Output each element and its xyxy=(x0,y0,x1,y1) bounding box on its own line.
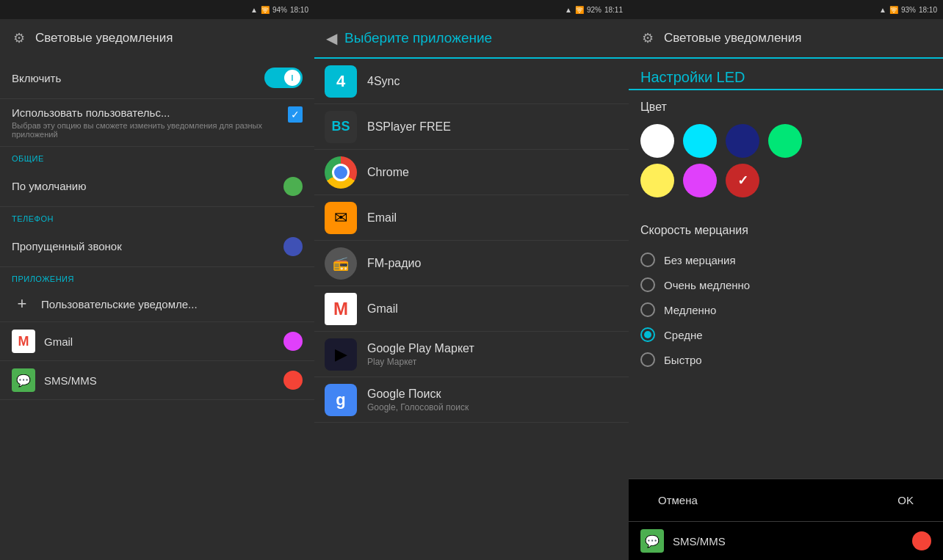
speed-fast-label: Быстро xyxy=(664,354,702,366)
color-blue[interactable] xyxy=(726,124,759,158)
color-green[interactable] xyxy=(768,124,802,158)
screen3: ▲ 🛜 93% 18:10 ⚙ Световые уведомления Нас… xyxy=(629,0,943,560)
color-section-title: Цвет xyxy=(640,101,931,114)
color-magenta[interactable] xyxy=(683,164,717,197)
screen1-wifi-icon: 🛜 xyxy=(261,6,270,14)
custom-notifications-label: Пользовательские уведомле... xyxy=(41,298,198,310)
bsplayer-icon: BS xyxy=(325,111,357,143)
screen1-time: 18:10 xyxy=(290,6,308,14)
color-grid-row1 xyxy=(640,124,931,158)
gsearch-text: Google Поиск Google, Голосовой поиск xyxy=(367,388,469,412)
app-4sync[interactable]: 4 4Sync xyxy=(314,59,629,104)
gmail-m-letter: M xyxy=(18,334,29,349)
screen3-sms-icon: 💬 xyxy=(640,529,664,553)
app-chrome[interactable]: Chrome xyxy=(314,150,629,195)
speed-title: Скорость мерцания xyxy=(640,224,931,237)
ok-button[interactable]: OK xyxy=(886,488,925,512)
speed-very-slow-radio[interactable] xyxy=(640,277,655,292)
speed-medium-radio-inner xyxy=(644,331,651,338)
gmail-app-row[interactable]: M Gmail xyxy=(0,322,314,361)
app-bsplayer[interactable]: BS BSPlayer FREE xyxy=(314,104,629,150)
color-yellow[interactable] xyxy=(640,164,674,197)
screen1-battery: 94% xyxy=(272,6,287,14)
color-section: Цвет xyxy=(629,90,943,214)
screen2-wifi-icon: 🛜 xyxy=(575,6,584,14)
section-general: ОБЩИЕ xyxy=(0,147,314,166)
color-white[interactable] xyxy=(640,124,674,158)
chrome-icon xyxy=(325,156,357,189)
gsearch-name: Google Поиск xyxy=(367,388,469,401)
speed-slow[interactable]: Медленно xyxy=(640,297,931,322)
screen2-battery: 92% xyxy=(587,6,601,14)
chrome-name: Chrome xyxy=(367,166,409,179)
4sync-icon: 4 xyxy=(325,65,357,98)
4sync-icon-text: 4 xyxy=(336,72,345,91)
plus-icon: + xyxy=(12,294,32,314)
speed-very-slow-label: Очень медленно xyxy=(664,279,750,291)
gmail-small-icon: M xyxy=(12,330,35,353)
enable-toggle[interactable]: I xyxy=(264,68,303,88)
screen2: ▲ 🛜 92% 18:11 ◀ Выберите приложение 4 4S… xyxy=(314,0,629,560)
app-gplay[interactable]: ▶ Google Play Маркет Play Маркет xyxy=(314,332,629,377)
fm-icon: 📻 xyxy=(325,247,357,280)
speed-medium[interactable]: Средне xyxy=(640,322,931,347)
gsearch-sub: Google, Голосовой поиск xyxy=(367,402,469,412)
speed-slow-radio[interactable] xyxy=(640,302,655,317)
section-phone: ТЕЛЕФОН xyxy=(0,207,314,226)
screen2-time: 18:11 xyxy=(604,6,623,14)
enable-label: Включить xyxy=(12,72,61,84)
speed-medium-label: Средне xyxy=(664,329,703,341)
sms-color-dot xyxy=(283,371,303,390)
screen3-bottom-sms: 💬 SMS/MMS xyxy=(629,521,943,560)
app-email[interactable]: ✉ Email xyxy=(314,195,629,241)
screen3-status: ▲ 🛜 93% 18:10 xyxy=(629,0,943,19)
section-apps: ПРИЛОЖЕНИЯ xyxy=(0,267,314,286)
screen2-title: Выберите приложение xyxy=(344,30,492,46)
custom-notification-checkbox[interactable]: ✓ xyxy=(288,106,303,123)
gmail-color-dot xyxy=(283,332,303,351)
app-gsearch[interactable]: g Google Поиск Google, Голосовой поиск xyxy=(314,377,629,423)
gplay-icon: ▶ xyxy=(325,338,357,371)
speed-very-slow[interactable]: Очень медленно xyxy=(640,272,931,297)
custom-notifications-row[interactable]: + Пользовательские уведомле... xyxy=(0,286,314,322)
screen3-wifi-icon: 🛜 xyxy=(889,6,898,14)
speed-no-blink-radio[interactable] xyxy=(640,252,655,267)
sms-app-row[interactable]: 💬 SMS/MMS xyxy=(0,361,314,400)
screen1-status: ▲ 🛜 94% 18:10 xyxy=(0,0,314,19)
gplay-sub: Play Маркет xyxy=(367,357,474,367)
screen3-title: Световые уведомления xyxy=(664,31,801,46)
screen3-time: 18:10 xyxy=(919,6,937,14)
gmail-app-left: M Gmail xyxy=(12,330,73,353)
fm-name: FM-радио xyxy=(367,257,421,270)
color-grid-row2 xyxy=(640,164,931,197)
sms-small-icon: 💬 xyxy=(12,368,35,392)
default-row[interactable]: По умолчанию xyxy=(0,166,314,207)
gsearch-icon: g xyxy=(325,384,357,416)
default-color-dot xyxy=(283,177,303,196)
app-fm[interactable]: 📻 FM-радио xyxy=(314,241,629,286)
default-label: По умолчанию xyxy=(12,180,86,192)
speed-medium-radio[interactable] xyxy=(640,327,655,342)
speed-fast-radio[interactable] xyxy=(640,352,655,367)
4sync-text: 4Sync xyxy=(367,75,400,88)
cancel-button[interactable]: Отмена xyxy=(646,488,709,512)
back-arrow-icon[interactable]: ◀ xyxy=(326,29,337,47)
screen1: ▲ 🛜 94% 18:10 ⚙ Световые уведомления Вкл… xyxy=(0,0,314,560)
screen3-battery: 93% xyxy=(901,6,916,14)
gmail-list-text: Gmail xyxy=(367,302,398,316)
color-cyan[interactable] xyxy=(683,124,717,158)
screen3-gear-icon: ⚙ xyxy=(639,29,657,47)
fm-text: FM-радио xyxy=(367,257,421,270)
missed-call-row[interactable]: Пропущенный звонок xyxy=(0,226,314,267)
sms-app-left: 💬 SMS/MMS xyxy=(12,368,97,392)
speed-fast[interactable]: Быстро xyxy=(640,347,931,372)
screen3-header: ⚙ Световые уведомления xyxy=(629,19,943,57)
custom-notification-row[interactable]: Использовать пользовательс... Выбрав эту… xyxy=(0,99,314,147)
enable-row[interactable]: Включить I xyxy=(0,57,314,99)
4sync-name: 4Sync xyxy=(367,75,400,88)
app-gmail[interactable]: M Gmail xyxy=(314,286,629,332)
color-red-selected[interactable] xyxy=(726,164,759,197)
screen1-title: Световые уведомления xyxy=(35,31,173,46)
speed-no-blink[interactable]: Без мерцания xyxy=(640,247,931,272)
bsplayer-text: BSPlayer FREE xyxy=(367,120,451,134)
